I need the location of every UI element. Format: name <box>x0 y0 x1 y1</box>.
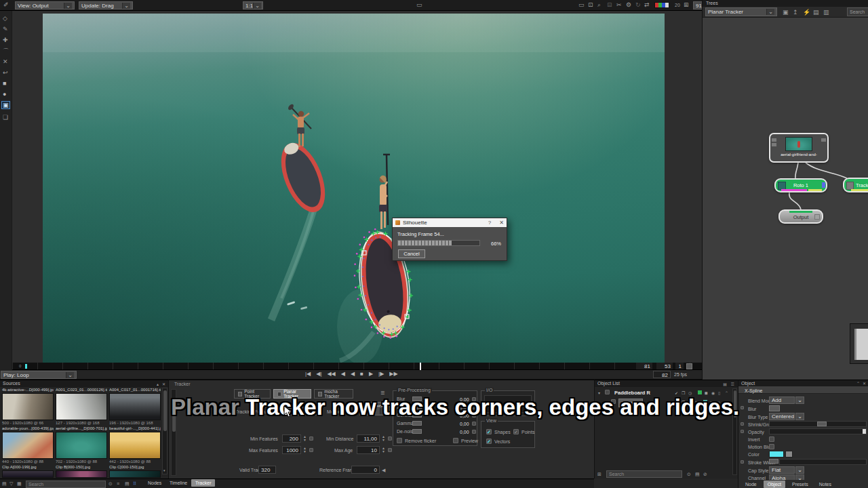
source-thumbnail[interactable] <box>56 432 107 459</box>
source-thumbnail[interactable] <box>2 432 54 459</box>
monitor-icon[interactable]: ▭ <box>416 1 422 8</box>
in-point-field[interactable]: 81 <box>636 363 652 369</box>
filter-funnel-icon[interactable]: ▽ <box>9 481 13 487</box>
stop-button[interactable]: ■ <box>360 371 363 377</box>
ellipse-shape-tool[interactable]: ● <box>3 91 6 98</box>
tab-tracker[interactable]: Tracker <box>191 479 215 487</box>
shrink-grow-anim-toggle[interactable] <box>741 422 744 426</box>
source-thumbnail[interactable] <box>109 393 161 420</box>
points-checkbox[interactable]: ✓ <box>513 429 519 434</box>
channels-icon[interactable] <box>654 2 669 8</box>
help-button[interactable]: ? <box>488 220 491 226</box>
fit-width-icon[interactable]: ⊞ <box>684 1 689 8</box>
list-view-icon[interactable]: ▤ <box>695 471 700 478</box>
node-output[interactable]: Output <box>778 209 823 224</box>
preview-checkbox[interactable] <box>453 438 458 443</box>
max-age-anim-toggle[interactable] <box>388 448 392 452</box>
min-features-stepper[interactable]: ▲▼ <box>303 435 307 442</box>
add-point-tool[interactable]: ✚ <box>3 37 8 43</box>
max-age-field[interactable]: 10 <box>357 446 380 454</box>
node-track[interactable]: Track <box>843 178 868 192</box>
gear-icon[interactable]: ⚙ <box>626 1 631 8</box>
dialog-titlebar[interactable]: Silhouette ? ✕ <box>393 218 507 227</box>
fast-forward-button[interactable]: ▶▶ <box>389 371 397 377</box>
min-distance-anim-toggle[interactable] <box>388 436 392 441</box>
tab-timeline[interactable]: Timeline <box>165 479 191 487</box>
min-features-field[interactable]: 200 <box>282 434 301 443</box>
scroll-down-icon[interactable]: ▾ <box>163 467 165 474</box>
object-blur-field[interactable] <box>769 405 780 411</box>
invert-checkbox[interactable] <box>769 436 774 442</box>
stroke-width-anim-toggle[interactable] <box>741 460 744 464</box>
playhead[interactable] <box>420 363 421 370</box>
source-thumbnail[interactable] <box>56 393 107 420</box>
list-options-icon[interactable]: ▤ <box>723 381 727 388</box>
play-reverse-button[interactable]: ◀ <box>351 371 355 377</box>
cancel-button[interactable]: Cancel <box>398 249 425 258</box>
bottom-search-input[interactable]: Search <box>26 481 106 488</box>
sources-scrollbar[interactable]: ▾ <box>162 388 167 474</box>
layout-icon[interactable]: ⇄ <box>644 1 650 8</box>
blur-type-arrow[interactable]: ⌄ <box>795 413 804 420</box>
max-features-stepper[interactable]: ▲▼ <box>303 447 307 453</box>
refresh-icon[interactable]: ↻ <box>635 1 641 8</box>
remove-flicker-checkbox[interactable] <box>397 438 402 443</box>
object-list-search-input[interactable]: Search <box>606 470 682 478</box>
media-icon[interactable]: ▤ <box>2 481 7 487</box>
color-secondary-swatch[interactable] <box>785 451 793 458</box>
step-back-button[interactable]: ◀ <box>341 371 345 377</box>
min-distance-field[interactable]: 11,00 <box>357 434 380 443</box>
clear-search-icon[interactable]: ⊙ <box>108 481 113 487</box>
video-frame[interactable] <box>43 14 665 363</box>
node-roto[interactable]: Roto 1 <box>774 178 827 192</box>
curve-tool[interactable]: ⌒ <box>3 47 9 54</box>
prev-keyframe-button[interactable]: ◀| <box>316 371 321 377</box>
end-frame-field[interactable]: 82 <box>653 371 671 378</box>
stroke-width-slider[interactable] <box>769 459 778 464</box>
source-thumbnail[interactable] <box>109 432 161 459</box>
panel-close-icon[interactable]: ✕ <box>162 381 165 388</box>
timeline-ruler[interactable]: 0 81 53 1 <box>12 363 702 370</box>
tab-object[interactable]: Object <box>764 481 785 488</box>
tab-notes[interactable]: Notes <box>815 481 835 488</box>
region-icon[interactable]: ⊡ <box>588 1 593 8</box>
blend-mode-dropdown[interactable]: Add <box>769 396 795 404</box>
filter-icon[interactable]: ⊙ <box>687 471 691 478</box>
blend-mode-arrow[interactable]: ⌄ <box>795 396 804 404</box>
panel-menu-icon[interactable]: ☰ <box>731 381 734 388</box>
max-age-stepper[interactable]: ▲▼ <box>382 447 385 453</box>
magnifier-icon[interactable]: ⌕ <box>597 1 601 8</box>
opacity-slider[interactable] <box>769 428 867 434</box>
tab-presets[interactable]: Presets <box>788 481 812 488</box>
gamma-slider[interactable] <box>412 421 422 426</box>
view-output-dropdown[interactable]: View: Output⌄ <box>15 1 75 9</box>
import-icon[interactable]: ↥ <box>793 9 798 16</box>
close-icon[interactable]: ✕ <box>499 220 504 226</box>
motion-blur-checkbox[interactable] <box>769 444 774 449</box>
source-thumbnail[interactable] <box>109 470 161 478</box>
cap-style-dropdown[interactable]: Flat <box>769 466 795 474</box>
object-visibility-checkbox[interactable] <box>605 390 610 394</box>
reference-frame-field[interactable]: 0 <box>351 466 380 474</box>
pixel-ratio-dropdown[interactable]: 1:1⌄ <box>243 1 263 9</box>
rect-shape-tool[interactable]: ■ <box>3 80 6 87</box>
play-button[interactable]: ▶ <box>369 371 373 377</box>
panel-close-icon[interactable]: ✕ <box>863 380 866 387</box>
step-field[interactable]: 1 <box>675 363 684 369</box>
detail-view-icon[interactable]: ▤ <box>125 481 130 487</box>
magnetic-select-tool[interactable]: ▣ <box>2 102 9 108</box>
goto-start-button[interactable]: |◀ <box>305 371 311 377</box>
thumb-view-icon[interactable]: ⠿ <box>133 481 136 487</box>
play-mode-dropdown[interactable]: Play: Loop⌄ <box>1 371 77 379</box>
tree-preset-dropdown[interactable]: Planar Tracker⌄ <box>705 7 777 16</box>
blur-type-dropdown[interactable]: Centered <box>769 413 795 420</box>
source-thumbnail[interactable] <box>56 470 107 478</box>
fast-rewind-button[interactable]: ◀◀ <box>327 371 335 377</box>
min-distance-stepper[interactable]: ▲▼ <box>382 435 385 442</box>
denoise-anim-toggle[interactable] <box>472 430 476 434</box>
max-features-field[interactable]: 1000 <box>282 446 301 454</box>
shapes-checkbox[interactable]: ✓ <box>486 429 492 434</box>
tab-nodes[interactable]: Nodes <box>144 479 165 487</box>
current-frame-field[interactable]: 53 <box>656 363 673 369</box>
node-source-clip[interactable]: aerial-girlfriend-and- <box>769 133 829 163</box>
